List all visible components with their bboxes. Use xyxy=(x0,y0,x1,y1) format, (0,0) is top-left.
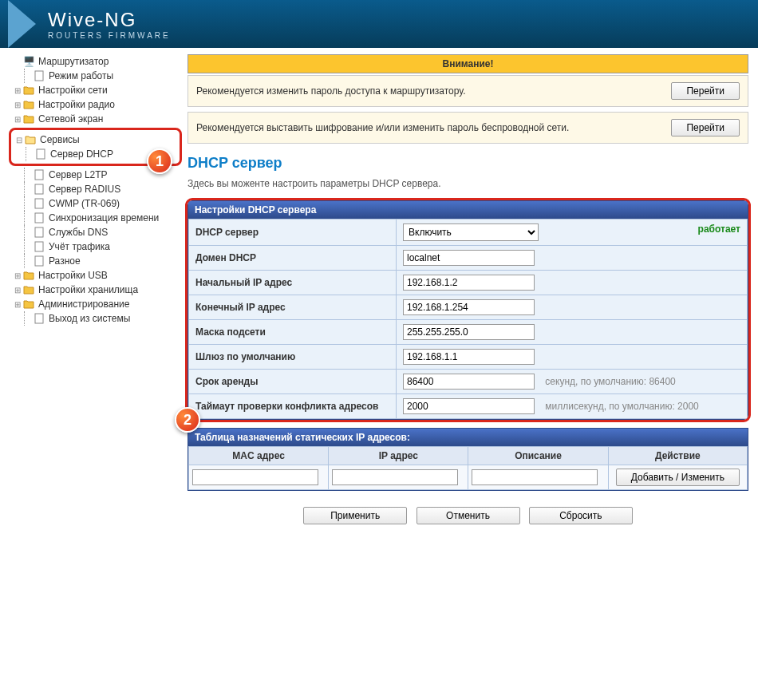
nav-radio[interactable]: ⊞Настройки радио xyxy=(12,97,168,112)
folder-icon xyxy=(22,113,35,125)
nav-firewall[interactable]: ⊞Сетевой экран xyxy=(12,112,168,126)
alert-password: Рекомендуется изменить пароль доступа к … xyxy=(188,75,748,107)
folder-icon xyxy=(22,299,35,310)
label-dhcp-server: DHCP сервер xyxy=(189,219,397,246)
logo-icon xyxy=(8,0,36,48)
conflict-hint: миллисекунд, по умолчанию: 2000 xyxy=(545,401,698,412)
header: Wive-NG ROUTERS FIRMWARE xyxy=(0,0,758,48)
svg-rect-2 xyxy=(35,170,43,180)
svg-rect-9 xyxy=(35,314,43,323)
label-end-ip: Конечный IP адрес xyxy=(189,295,397,320)
reset-button[interactable]: Сбросить xyxy=(529,507,633,524)
col-mac: MAC адрес xyxy=(189,447,329,465)
page-description: Здесь вы моженте настроить параметры DHC… xyxy=(188,178,748,189)
alert-wifi-text: Рекомендуется выставить шифрование и/или… xyxy=(196,122,569,133)
gateway-input[interactable] xyxy=(403,349,535,365)
folder-icon xyxy=(22,284,35,295)
svg-rect-5 xyxy=(35,213,43,223)
end-ip-input[interactable] xyxy=(403,299,535,315)
static-mac-input[interactable] xyxy=(192,469,318,485)
nav-svc-dhcp[interactable]: Сервер DHCP xyxy=(26,147,156,161)
label-start-ip: Начальный IP адрес xyxy=(189,271,397,295)
nav-svc-l2tp[interactable]: Сервер L2TP xyxy=(24,168,168,182)
conflict-input[interactable] xyxy=(403,398,535,414)
folder-icon xyxy=(22,270,35,281)
folder-icon xyxy=(22,99,35,110)
svg-rect-0 xyxy=(35,71,43,81)
page-title: DHCP сервер xyxy=(188,155,748,172)
col-desc: Описание xyxy=(468,447,608,465)
nav-router[interactable]: 🖥️Маршрутизатор xyxy=(12,54,168,69)
page-icon xyxy=(33,169,45,180)
nav-usb[interactable]: ⊞Настройки USB xyxy=(12,268,168,283)
dhcp-settings-panel: Настройки DHCP сервера DHCP сервер Включ… xyxy=(188,200,748,420)
col-action: Действие xyxy=(608,447,747,465)
folder-icon xyxy=(22,85,35,96)
dhcp-panel-header: Настройки DHCP сервера xyxy=(188,201,748,219)
svg-rect-1 xyxy=(37,149,45,159)
label-conflict: Таймаут проверки конфликта адресов xyxy=(189,394,397,419)
start-ip-input[interactable] xyxy=(403,275,535,291)
label-gateway: Шлюз по умолчанию xyxy=(189,345,397,370)
nav-logout[interactable]: Выход из системы xyxy=(24,311,168,326)
nav-svc-misc[interactable]: Разное xyxy=(24,254,168,268)
action-buttons: Применить Отменить Сбросить xyxy=(188,499,748,532)
domain-input[interactable] xyxy=(403,250,535,266)
nav-services[interactable]: ⊟Сервисы xyxy=(14,132,156,147)
alert-wifi-go-button[interactable]: Перейти xyxy=(671,119,740,136)
callout-marker-1: 1 xyxy=(147,148,172,174)
page-icon xyxy=(34,148,47,160)
sidebar: 🖥️Маршрутизатор Режим работы ⊞Настройки … xyxy=(0,54,172,532)
svg-rect-6 xyxy=(35,227,43,237)
page-icon xyxy=(33,241,45,252)
nav-opmode[interactable]: Режим работы xyxy=(24,69,168,83)
lease-hint: секунд, по умолчанию: 86400 xyxy=(545,376,675,387)
mask-input[interactable] xyxy=(403,324,535,340)
page-icon xyxy=(33,313,45,324)
lease-input[interactable] xyxy=(403,374,535,390)
apply-button[interactable]: Применить xyxy=(303,507,407,524)
static-desc-input[interactable] xyxy=(472,469,598,485)
label-domain: Домен DHCP xyxy=(189,246,397,271)
static-ip-panel: Таблица назначений статических IP адресо… xyxy=(188,428,748,491)
brand-name: Wive-NG xyxy=(48,9,171,31)
add-edit-button[interactable]: Добавить / Изменить xyxy=(616,469,740,486)
label-lease: Срок аренды xyxy=(189,370,397,394)
folder-open-icon xyxy=(24,134,37,145)
dhcp-status: работает xyxy=(698,223,740,235)
alert-title: Внимание! xyxy=(188,54,748,73)
page-icon xyxy=(33,184,45,195)
col-ip: IP адрес xyxy=(329,447,468,465)
svg-rect-7 xyxy=(35,242,43,251)
alert-wifi: Рекомендуется выставить шифрование и/или… xyxy=(188,112,748,144)
router-icon: 🖥️ xyxy=(22,56,35,67)
svg-rect-8 xyxy=(35,256,43,266)
nav-svc-cwmp[interactable]: CWMP (TR-069) xyxy=(24,196,168,211)
svg-rect-3 xyxy=(35,184,43,194)
svg-rect-4 xyxy=(35,199,43,208)
alert-password-text: Рекомендуется изменить пароль доступа к … xyxy=(196,85,465,97)
page-icon xyxy=(33,70,45,81)
label-mask: Маска подсети xyxy=(189,320,397,345)
nav-svc-traffic[interactable]: Учёт трафика xyxy=(24,239,168,254)
page-icon xyxy=(33,255,45,267)
page-icon xyxy=(33,227,45,238)
main-content: Внимание! Рекомендуется изменить пароль … xyxy=(172,54,758,532)
nav-svc-dns[interactable]: Службы DNS xyxy=(24,225,168,239)
nav-admin[interactable]: ⊞Администрирование xyxy=(12,297,168,311)
nav-network[interactable]: ⊞Настройки сети xyxy=(12,83,168,97)
dhcp-server-select[interactable]: Включить xyxy=(403,223,539,241)
callout-marker-2: 2 xyxy=(175,407,200,433)
static-ip-input[interactable] xyxy=(332,469,458,485)
alert-password-go-button[interactable]: Перейти xyxy=(671,82,740,100)
cancel-button[interactable]: Отменить xyxy=(417,507,520,524)
nav-svc-radius[interactable]: Сервер RADIUS xyxy=(24,182,168,196)
nav-storage[interactable]: ⊞Настройки хранилища xyxy=(12,283,168,297)
page-icon xyxy=(33,212,45,223)
brand-tagline: ROUTERS FIRMWARE xyxy=(48,31,171,40)
nav-svc-ntp[interactable]: Синхронизация времени xyxy=(24,211,168,225)
static-panel-header: Таблица назначений статических IP адресо… xyxy=(188,429,748,446)
page-icon xyxy=(33,198,45,209)
